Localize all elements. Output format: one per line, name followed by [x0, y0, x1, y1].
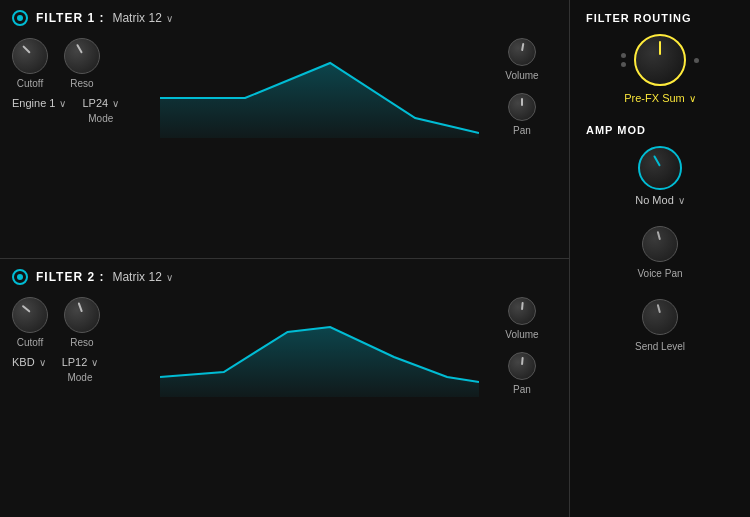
filter2-title: FILTER 2 : [36, 270, 104, 284]
filter1-pan-knob[interactable] [508, 93, 536, 121]
filter2-section: FILTER 2 : Matrix 12 ∨ Cutoff [0, 259, 569, 517]
filter2-mode-label: Mode [67, 372, 92, 383]
filter2-cutoff-label: Cutoff [17, 337, 44, 348]
filter1-preset-value: Matrix 12 [112, 11, 161, 25]
amp-mod-section: AMP MOD No Mod ∨ [586, 124, 734, 206]
routing-display [586, 34, 734, 86]
routing-dot-2 [621, 62, 626, 67]
filter2-volume-knob[interactable] [508, 297, 536, 325]
filter1-volume-container: Volume [505, 38, 538, 81]
amp-mod-title: AMP MOD [586, 124, 734, 136]
filter1-reso-container: Reso [64, 38, 100, 89]
filter2-mode-arrow: ∨ [91, 357, 98, 368]
filter2-pan-label: Pan [513, 384, 531, 395]
filter1-controls: Cutoff Reso Engine 1 [12, 38, 557, 138]
filter1-cutoff-indicator [22, 45, 30, 53]
filter1-display [160, 38, 479, 138]
routing-value: Pre-FX Sum [624, 92, 685, 104]
filter-routing-section: FILTER ROUTING Pre-FX Sum ∨ [586, 12, 734, 104]
filter1-engine-arrow: ∨ [59, 98, 66, 109]
filter1-mode-arrow: ∨ [112, 98, 119, 109]
send-level-knob[interactable] [642, 299, 678, 335]
filter2-reso-label: Reso [70, 337, 93, 348]
filter1-preset-dropdown[interactable]: Matrix 12 ∨ [112, 11, 172, 25]
filter2-mode-value: LP12 [62, 356, 88, 368]
filter1-right-knobs: Volume Pan [487, 38, 557, 136]
filter1-header: FILTER 1 : Matrix 12 ∨ [12, 10, 557, 26]
send-level-indicator [657, 304, 661, 313]
routing-dot-3 [694, 58, 699, 63]
amp-mod-dropdown[interactable]: No Mod ∨ [586, 194, 734, 206]
voice-pan-section: Voice Pan [586, 226, 734, 279]
filter2-engine-dropdown[interactable]: KBD ∨ [12, 356, 46, 368]
filter2-reso-container: Reso [64, 297, 100, 348]
routing-dots-right [694, 58, 699, 63]
filter1-volume-knob[interactable] [508, 38, 536, 66]
routing-knob-indicator [659, 41, 661, 55]
filter1-engine-container: Engine 1 ∨ [12, 97, 66, 124]
filter2-cutoff-indicator [22, 305, 31, 313]
filter2-mode-container: LP12 ∨ Mode [62, 356, 99, 383]
filter2-controls: Cutoff Reso KBD ∨ [12, 297, 557, 397]
filter2-reso-knob[interactable] [64, 297, 100, 333]
filter1-cutoff-knob[interactable] [12, 38, 48, 74]
filter2-engine-arrow: ∨ [39, 357, 46, 368]
filter1-mode-value: LP24 [82, 97, 108, 109]
send-level-section: Send Level [586, 299, 734, 352]
filter1-pan-indicator [521, 98, 523, 106]
filter-routing-title: FILTER ROUTING [586, 12, 734, 24]
filter2-engine-value: KBD [12, 356, 35, 368]
filter1-mode-dropdown[interactable]: LP24 ∨ [82, 97, 119, 109]
routing-value-dropdown[interactable]: Pre-FX Sum ∨ [586, 92, 734, 104]
routing-knob[interactable] [634, 34, 686, 86]
voice-pan-indicator [657, 231, 661, 240]
filter2-volume-label: Volume [505, 329, 538, 340]
filter1-top-row: Cutoff Reso [12, 38, 152, 89]
filter1-power-button[interactable] [12, 10, 28, 26]
amp-mod-arrow: ∨ [678, 195, 685, 206]
amp-mod-knob[interactable] [638, 146, 682, 190]
filter1-engine-dropdown[interactable]: Engine 1 ∨ [12, 97, 66, 109]
filter2-knobs-left: Cutoff Reso KBD ∨ [12, 297, 152, 383]
filter2-pan-container: Pan [508, 352, 536, 395]
filter2-mode-dropdown[interactable]: LP12 ∨ [62, 356, 99, 368]
voice-pan-knob[interactable] [642, 226, 678, 262]
filter1-reso-knob[interactable] [64, 38, 100, 74]
filter1-volume-indicator [521, 43, 524, 51]
filter2-reso-indicator [78, 302, 83, 312]
filter1-mode-container: LP24 ∨ Mode [82, 97, 119, 124]
right-panel: FILTER ROUTING Pre-FX Sum ∨ AMP MOD [570, 0, 750, 517]
filter2-preset-value: Matrix 12 [112, 270, 161, 284]
send-level-label: Send Level [635, 341, 685, 352]
filter1-reso-indicator [76, 44, 83, 54]
filter1-bottom-row: Engine 1 ∨ LP24 ∨ Mode [12, 97, 152, 124]
amp-mod-value: No Mod [635, 194, 674, 206]
filter2-preset-arrow: ∨ [166, 272, 173, 283]
filter2-pan-indicator [521, 357, 524, 365]
amp-mod-indicator [653, 155, 661, 166]
filter1-volume-label: Volume [505, 70, 538, 81]
filter2-preset-dropdown[interactable]: Matrix 12 ∨ [112, 270, 172, 284]
filter1-reso-label: Reso [70, 78, 93, 89]
filter2-cutoff-knob[interactable] [12, 297, 48, 333]
filter2-volume-container: Volume [505, 297, 538, 340]
routing-dot-1 [621, 53, 626, 58]
filter2-power-button[interactable] [12, 269, 28, 285]
filter2-right-knobs: Volume Pan [487, 297, 557, 395]
filter2-pan-knob[interactable] [508, 352, 536, 380]
filter1-cutoff-container: Cutoff [12, 38, 48, 89]
filter2-top-row: Cutoff Reso [12, 297, 152, 348]
filter2-cutoff-container: Cutoff [12, 297, 48, 348]
filters-panel: FILTER 1 : Matrix 12 ∨ Cutoff [0, 0, 570, 517]
routing-arrow: ∨ [689, 93, 696, 104]
filter1-knobs-left: Cutoff Reso Engine 1 [12, 38, 152, 124]
filter2-volume-indicator [521, 302, 524, 310]
filter2-bottom-row: KBD ∨ LP12 ∨ Mode [12, 356, 152, 383]
filter1-engine-value: Engine 1 [12, 97, 55, 109]
filter1-preset-arrow: ∨ [166, 13, 173, 24]
filter2-engine-container: KBD ∨ [12, 356, 46, 383]
routing-dots-left [621, 53, 626, 67]
filter1-pan-label: Pan [513, 125, 531, 136]
filter1-title: FILTER 1 : [36, 11, 104, 25]
filter1-mode-label: Mode [88, 113, 113, 124]
